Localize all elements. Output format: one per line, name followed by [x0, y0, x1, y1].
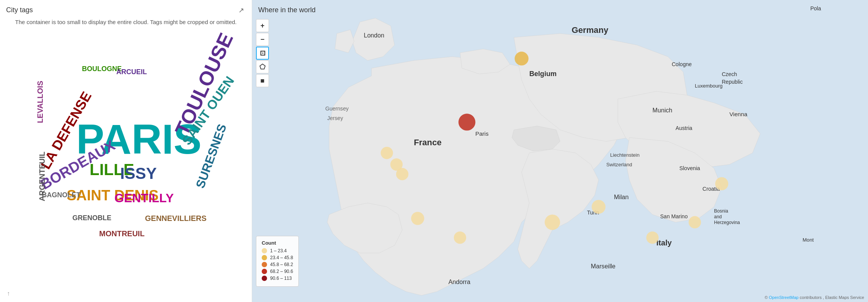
svg-text:Jersey: Jersey	[327, 115, 343, 121]
word-cloud-item[interactable]: ISSY	[120, 164, 157, 183]
svg-text:Paris: Paris	[475, 130, 489, 137]
panel-title: City tags	[6, 6, 246, 14]
map-legend: Count 1 – 23.4 23.4 – 45.8 45.8 – 68.2 6…	[256, 236, 299, 287]
word-cloud-item[interactable]: LEVALLOIS	[36, 81, 44, 123]
svg-text:Milan: Milan	[614, 193, 629, 200]
svg-text:Belgium: Belgium	[529, 70, 557, 78]
svg-text:Slovenia: Slovenia	[679, 165, 700, 171]
legend-item-5: 90.6 – 113	[262, 276, 293, 281]
word-cloud-item[interactable]: GENTILLY	[115, 191, 174, 205]
svg-text:Pola: Pola	[810, 5, 821, 11]
polygon-button[interactable]: ⬠	[256, 60, 269, 73]
warning-text: The container is too small to display th…	[6, 18, 246, 27]
select-button[interactable]: ⊡	[256, 47, 269, 60]
svg-text:Liechtenstein: Liechtenstein	[610, 152, 640, 158]
legend-dot-5	[262, 276, 267, 281]
svg-text:France: France	[414, 138, 442, 147]
legend-item-1: 1 – 23.4	[262, 248, 293, 253]
word-cloud-item[interactable]: BOULOGNE	[82, 65, 122, 73]
svg-text:Vienna: Vienna	[729, 111, 747, 117]
map-svg: Germany Cologne Belgium Luxembourg Czech…	[252, 0, 868, 302]
word-cloud-item[interactable]: GENNEVILLIERS	[145, 214, 207, 223]
svg-text:Mont: Mont	[803, 237, 814, 243]
svg-text:Andorra: Andorra	[449, 278, 470, 285]
right-panel: Where in the world	[252, 0, 868, 302]
svg-point-32	[381, 147, 393, 159]
expand-icon[interactable]: ↗	[238, 6, 244, 15]
svg-text:Republic: Republic	[722, 79, 743, 85]
legend-label-3: 45.8 – 68.2	[270, 262, 293, 267]
svg-text:Luxembourg: Luxembourg	[695, 83, 723, 89]
svg-text:and: and	[714, 214, 722, 219]
word-cloud-item[interactable]: MONTREUIL	[99, 229, 145, 238]
svg-text:Herzegovina: Herzegovina	[714, 220, 740, 225]
scroll-up-arrow[interactable]: ↑	[4, 289, 13, 298]
left-panel: City tags ↗ The container is too small t…	[0, 0, 252, 302]
svg-point-37	[545, 214, 560, 230]
legend-label-2: 23.4 – 45.8	[270, 255, 293, 260]
legend-dot-4	[262, 269, 267, 274]
svg-point-34	[396, 168, 408, 180]
right-panel-title: Where in the world	[252, 0, 322, 17]
osm-link[interactable]: OpenStreetMap	[769, 295, 799, 300]
svg-text:Bosnia: Bosnia	[714, 208, 728, 214]
zoom-out-button[interactable]: −	[256, 33, 269, 46]
legend-label-4: 68.2 – 90.6	[270, 269, 293, 274]
map-attribution: © OpenStreetMap contributors , Elastic M…	[764, 295, 864, 300]
svg-text:Guernsey: Guernsey	[325, 106, 349, 112]
svg-point-31	[515, 52, 528, 65]
map-controls: + − ⊡ ⬠ ■	[256, 19, 269, 87]
word-cloud-item[interactable]: ARCUEIL	[117, 68, 147, 76]
svg-text:Germany: Germany	[572, 25, 609, 35]
legend-dot-3	[262, 262, 267, 267]
legend-label-1: 1 – 23.4	[270, 248, 287, 253]
word-cloud-item[interactable]: GRENOBLE	[73, 214, 112, 222]
svg-text:Austria: Austria	[675, 125, 692, 131]
svg-text:Czech: Czech	[722, 71, 737, 77]
legend-item-4: 68.2 – 90.6	[262, 269, 293, 274]
rectangle-button[interactable]: ■	[256, 74, 269, 87]
svg-point-36	[454, 232, 466, 244]
legend-title: Count	[262, 240, 293, 246]
legend-item-2: 23.4 – 45.8	[262, 255, 293, 260]
word-cloud-item[interactable]: ARGENTEUIL	[37, 151, 46, 201]
svg-text:Munich: Munich	[653, 107, 672, 114]
svg-point-35	[411, 212, 424, 225]
svg-point-38	[592, 200, 606, 214]
map-container: Germany Cologne Belgium Luxembourg Czech…	[252, 0, 868, 302]
legend-item-3: 45.8 – 68.2	[262, 262, 293, 267]
svg-text:Switzerland: Switzerland	[606, 162, 632, 167]
legend-dot-2	[262, 255, 267, 260]
svg-text:Marseille: Marseille	[591, 263, 615, 270]
svg-point-39	[646, 232, 659, 244]
svg-text:San Marino: San Marino	[660, 213, 688, 219]
legend-label-5: 90.6 – 113	[270, 276, 292, 281]
svg-text:Cologne: Cologne	[672, 61, 692, 67]
word-cloud-item[interactable]: BAGNOLЕТ	[42, 191, 81, 199]
svg-point-41	[715, 177, 728, 190]
svg-text:London: London	[364, 32, 384, 39]
svg-point-30	[458, 114, 475, 130]
svg-point-40	[689, 216, 701, 228]
zoom-in-button[interactable]: +	[256, 19, 269, 32]
svg-text:Italy: Italy	[656, 239, 672, 247]
word-cloud: PARISTOULOUSELA DEFENSEBORDEAUXLILLESAIN…	[8, 27, 245, 271]
legend-dot-1	[262, 248, 267, 253]
